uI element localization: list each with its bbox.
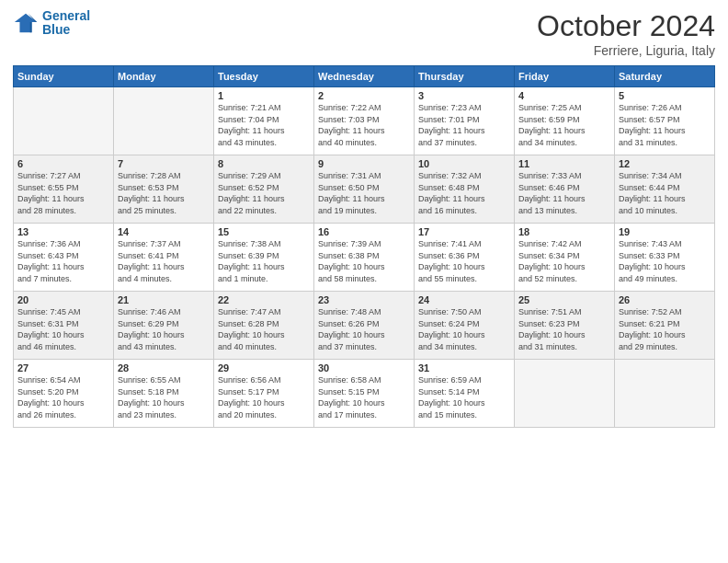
day-info: Sunrise: 7:50 AM Sunset: 6:24 PM Dayligh…	[418, 306, 510, 352]
day-info: Sunrise: 7:22 AM Sunset: 7:03 PM Dayligh…	[318, 102, 410, 148]
calendar-cell: 21Sunrise: 7:46 AM Sunset: 6:29 PM Dayli…	[114, 292, 214, 360]
calendar-cell: 27Sunrise: 6:54 AM Sunset: 5:20 PM Dayli…	[14, 360, 114, 428]
calendar-cell: 22Sunrise: 7:47 AM Sunset: 6:28 PM Dayli…	[214, 292, 314, 360]
day-info: Sunrise: 7:32 AM Sunset: 6:48 PM Dayligh…	[418, 170, 510, 216]
day-number: 16	[318, 226, 410, 237]
header-cell-friday: Friday	[515, 66, 615, 87]
day-info: Sunrise: 7:51 AM Sunset: 6:23 PM Dayligh…	[518, 306, 610, 352]
day-info: Sunrise: 7:42 AM Sunset: 6:34 PM Dayligh…	[518, 238, 610, 284]
page: General Blue October 2024 Ferriere, Ligu…	[0, 0, 728, 563]
calendar-table: SundayMondayTuesdayWednesdayThursdayFrid…	[13, 65, 715, 428]
day-number: 24	[418, 294, 510, 305]
calendar-cell: 6Sunrise: 7:27 AM Sunset: 6:55 PM Daylig…	[14, 155, 114, 224]
day-info: Sunrise: 6:55 AM Sunset: 5:18 PM Dayligh…	[118, 374, 210, 420]
calendar-cell: 31Sunrise: 6:59 AM Sunset: 5:14 PM Dayli…	[415, 360, 515, 428]
day-info: Sunrise: 7:39 AM Sunset: 6:38 PM Dayligh…	[318, 238, 410, 284]
day-info: Sunrise: 7:27 AM Sunset: 6:55 PM Dayligh…	[17, 170, 109, 216]
day-number: 6	[17, 158, 109, 169]
day-number: 9	[318, 158, 410, 169]
calendar-cell: 15Sunrise: 7:38 AM Sunset: 6:39 PM Dayli…	[214, 224, 314, 292]
day-info: Sunrise: 7:48 AM Sunset: 6:26 PM Dayligh…	[318, 306, 410, 352]
day-number: 4	[518, 90, 610, 101]
calendar-week-row: 20Sunrise: 7:45 AM Sunset: 6:31 PM Dayli…	[14, 292, 715, 360]
title-block: October 2024 Ferriere, Liguria, Italy	[537, 9, 715, 58]
day-info: Sunrise: 6:56 AM Sunset: 5:17 PM Dayligh…	[218, 374, 310, 420]
calendar-body: 1Sunrise: 7:21 AM Sunset: 7:04 PM Daylig…	[14, 87, 715, 428]
day-info: Sunrise: 7:21 AM Sunset: 7:04 PM Dayligh…	[218, 102, 310, 148]
calendar-cell: 7Sunrise: 7:28 AM Sunset: 6:53 PM Daylig…	[114, 155, 214, 224]
day-number: 22	[218, 294, 310, 305]
day-info: Sunrise: 7:45 AM Sunset: 6:31 PM Dayligh…	[17, 306, 109, 352]
logo-blue: Blue	[42, 22, 70, 37]
calendar-cell: 13Sunrise: 7:36 AM Sunset: 6:43 PM Dayli…	[14, 224, 114, 292]
calendar-week-row: 13Sunrise: 7:36 AM Sunset: 6:43 PM Dayli…	[14, 224, 715, 292]
calendar-cell	[615, 360, 715, 428]
calendar-cell: 17Sunrise: 7:41 AM Sunset: 6:36 PM Dayli…	[415, 224, 515, 292]
day-info: Sunrise: 7:47 AM Sunset: 6:28 PM Dayligh…	[218, 306, 310, 352]
calendar-cell: 30Sunrise: 6:58 AM Sunset: 5:15 PM Dayli…	[314, 360, 415, 428]
calendar-week-row: 1Sunrise: 7:21 AM Sunset: 7:04 PM Daylig…	[14, 87, 715, 155]
calendar-cell: 10Sunrise: 7:32 AM Sunset: 6:48 PM Dayli…	[415, 155, 515, 224]
month-title: October 2024	[537, 9, 715, 43]
logo-text: General Blue	[42, 9, 90, 38]
day-number: 21	[118, 294, 210, 305]
calendar-cell: 12Sunrise: 7:34 AM Sunset: 6:44 PM Dayli…	[615, 155, 715, 224]
logo: General Blue	[13, 9, 90, 38]
day-number: 10	[418, 158, 510, 169]
calendar-cell	[114, 87, 214, 155]
day-info: Sunrise: 7:52 AM Sunset: 6:21 PM Dayligh…	[619, 306, 711, 352]
calendar-cell: 11Sunrise: 7:33 AM Sunset: 6:46 PM Dayli…	[515, 155, 615, 224]
header-cell-monday: Monday	[114, 66, 214, 87]
calendar-cell: 18Sunrise: 7:42 AM Sunset: 6:34 PM Dayli…	[515, 224, 615, 292]
day-number: 13	[17, 226, 109, 237]
calendar-cell: 19Sunrise: 7:43 AM Sunset: 6:33 PM Dayli…	[615, 224, 715, 292]
day-number: 17	[418, 226, 510, 237]
day-info: Sunrise: 7:33 AM Sunset: 6:46 PM Dayligh…	[518, 170, 610, 216]
header-cell-tuesday: Tuesday	[214, 66, 314, 87]
calendar-cell: 2Sunrise: 7:22 AM Sunset: 7:03 PM Daylig…	[314, 87, 415, 155]
day-number: 12	[619, 158, 711, 169]
day-number: 19	[619, 226, 711, 237]
header: General Blue October 2024 Ferriere, Ligu…	[13, 9, 715, 58]
day-number: 30	[318, 362, 410, 373]
day-info: Sunrise: 7:25 AM Sunset: 6:59 PM Dayligh…	[518, 102, 610, 148]
header-cell-thursday: Thursday	[415, 66, 515, 87]
calendar-cell: 24Sunrise: 7:50 AM Sunset: 6:24 PM Dayli…	[415, 292, 515, 360]
day-number: 31	[418, 362, 510, 373]
calendar-cell: 5Sunrise: 7:26 AM Sunset: 6:57 PM Daylig…	[615, 87, 715, 155]
calendar-cell	[14, 87, 114, 155]
location: Ferriere, Liguria, Italy	[537, 43, 715, 58]
day-info: Sunrise: 6:54 AM Sunset: 5:20 PM Dayligh…	[17, 374, 109, 420]
day-number: 18	[518, 226, 610, 237]
day-info: Sunrise: 7:31 AM Sunset: 6:50 PM Dayligh…	[318, 170, 410, 216]
calendar-cell: 8Sunrise: 7:29 AM Sunset: 6:52 PM Daylig…	[214, 155, 314, 224]
calendar-cell: 4Sunrise: 7:25 AM Sunset: 6:59 PM Daylig…	[515, 87, 615, 155]
day-info: Sunrise: 7:36 AM Sunset: 6:43 PM Dayligh…	[17, 238, 109, 284]
day-number: 14	[118, 226, 210, 237]
header-cell-saturday: Saturday	[615, 66, 715, 87]
calendar-cell: 29Sunrise: 6:56 AM Sunset: 5:17 PM Dayli…	[214, 360, 314, 428]
calendar-cell: 3Sunrise: 7:23 AM Sunset: 7:01 PM Daylig…	[415, 87, 515, 155]
calendar-cell: 9Sunrise: 7:31 AM Sunset: 6:50 PM Daylig…	[314, 155, 415, 224]
header-cell-wednesday: Wednesday	[314, 66, 415, 87]
calendar-header-row: SundayMondayTuesdayWednesdayThursdayFrid…	[14, 66, 715, 87]
day-info: Sunrise: 7:37 AM Sunset: 6:41 PM Dayligh…	[118, 238, 210, 284]
calendar-cell: 20Sunrise: 7:45 AM Sunset: 6:31 PM Dayli…	[14, 292, 114, 360]
day-number: 27	[17, 362, 109, 373]
day-info: Sunrise: 7:41 AM Sunset: 6:36 PM Dayligh…	[418, 238, 510, 284]
logo-general: General	[42, 8, 90, 23]
day-number: 8	[218, 158, 310, 169]
calendar-week-row: 6Sunrise: 7:27 AM Sunset: 6:55 PM Daylig…	[14, 155, 715, 224]
day-number: 25	[518, 294, 610, 305]
logo-icon	[13, 10, 39, 36]
day-number: 28	[118, 362, 210, 373]
day-number: 11	[518, 158, 610, 169]
day-info: Sunrise: 7:26 AM Sunset: 6:57 PM Dayligh…	[619, 102, 711, 148]
day-number: 1	[218, 90, 310, 101]
day-number: 20	[17, 294, 109, 305]
calendar-cell: 25Sunrise: 7:51 AM Sunset: 6:23 PM Dayli…	[515, 292, 615, 360]
day-number: 2	[318, 90, 410, 101]
day-info: Sunrise: 7:29 AM Sunset: 6:52 PM Dayligh…	[218, 170, 310, 216]
day-info: Sunrise: 6:58 AM Sunset: 5:15 PM Dayligh…	[318, 374, 410, 420]
day-info: Sunrise: 7:46 AM Sunset: 6:29 PM Dayligh…	[118, 306, 210, 352]
